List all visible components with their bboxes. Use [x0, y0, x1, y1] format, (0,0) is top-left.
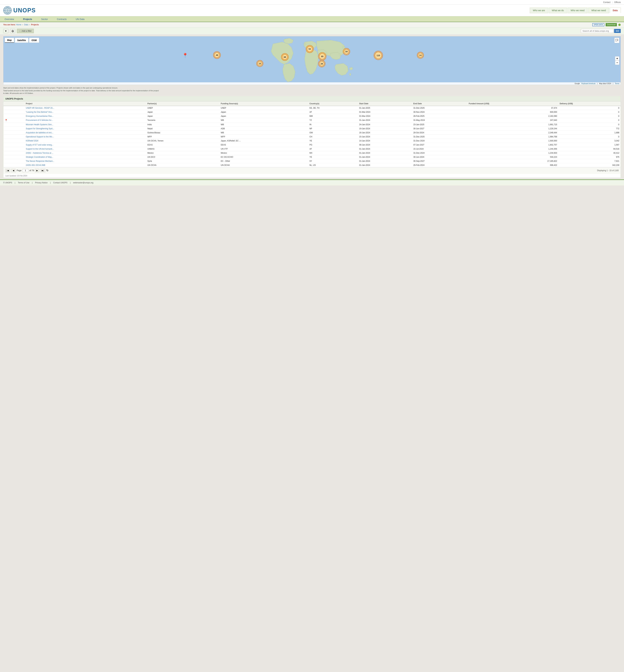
open-data-badge: OPEN DATA [592, 23, 604, 26]
table-row: The Nexus Response Mechani... Syria EC -… [3, 159, 621, 163]
row-project-14[interactable]: 24351-001 OCHA IMB [25, 163, 146, 167]
nav-who-we-are[interactable]: Who we are [530, 8, 548, 13]
subnav-sector[interactable]: Sector [37, 17, 52, 22]
cluster-14[interactable]: 14 [417, 52, 424, 59]
row-delivery-10: 94,516 [558, 147, 621, 151]
project-link-5[interactable]: Support for Strengthening Syst... [26, 128, 54, 130]
row-project-12[interactable]: Strategic Coordination of Way... [25, 155, 146, 159]
row-project-5[interactable]: Support for Strengthening Syst... [25, 127, 146, 131]
power-icon-button[interactable]: ⏻ [10, 29, 15, 33]
breadcrumb-current: Projects [31, 24, 39, 26]
row-project-3[interactable]: Procurement of 6 Vehicles for... [25, 118, 146, 123]
row-project-10[interactable]: Support to the UN-led humanit... [25, 147, 146, 151]
cluster-53[interactable]: 53 [306, 45, 314, 53]
prev-page-button[interactable]: ◀ [11, 169, 16, 172]
zoom-out-button[interactable]: − [615, 60, 619, 65]
row-project-13[interactable]: The Nexus Response Mechani... [25, 159, 146, 163]
row-country-6: GW [308, 131, 358, 135]
project-link-0[interactable]: UNEP HR Services - ROAP 20... [26, 107, 54, 109]
project-link-10[interactable]: Support to the UN-led humanit... [26, 148, 54, 150]
row-funding-11: Mexico [219, 151, 308, 155]
row-project-6[interactable]: Acquisition de tablettes et enc... [25, 131, 146, 135]
zoom-in-button[interactable]: + [615, 56, 619, 60]
nav-who-we-need[interactable]: Who we need [568, 8, 588, 13]
project-link-12[interactable]: Strategic Coordination of Way... [26, 156, 53, 158]
cluster-34[interactable]: 34 [343, 48, 350, 55]
row-project-4[interactable]: Mizoram Health Systems Stre... [25, 123, 146, 127]
breadcrumb-home[interactable]: Home [16, 24, 21, 26]
project-link-13[interactable]: The Nexus Response Mechani... [26, 160, 54, 162]
row-partners-14: UN OCHA [146, 163, 219, 167]
refresh-button[interactable]: ↻ [46, 169, 48, 172]
page-number-input[interactable] [23, 169, 28, 172]
project-link-6[interactable]: Acquisition de tablettes et enc... [26, 132, 53, 134]
row-pin-3: 📍 [3, 118, 25, 123]
row-country-5: NP [308, 127, 358, 131]
row-project-9[interactable]: Supply of ICT and solar energ... [25, 143, 146, 147]
cluster-110[interactable]: 110 [374, 51, 383, 60]
subnav-overview[interactable]: Overview [0, 17, 19, 22]
subnav-contracts[interactable]: Contracts [52, 17, 71, 22]
search-input[interactable] [581, 29, 614, 33]
subnav-projects[interactable]: Projects [19, 17, 36, 22]
row-partners-12: UN DCO [146, 155, 219, 159]
row-funded-11: 1,234,503 [468, 151, 558, 155]
table-row: UNEP HR Services - ROAP 20... UNEP UNEP … [3, 106, 621, 110]
project-link-9[interactable]: Supply of ICT and solar energ... [26, 144, 53, 146]
footer-privacy-link[interactable]: Privacy Notice [35, 182, 48, 184]
row-country-9: PG [308, 143, 358, 147]
row-project-7[interactable]: Operational Support to the Wo... [25, 135, 146, 139]
subnav-un-data[interactable]: UN Data [71, 17, 89, 22]
nav-what-we-do[interactable]: What we do [549, 8, 567, 13]
filter-icon-button[interactable]: ▼ [3, 29, 8, 33]
sub-nav: Overview Projects Sector Contracts UN Da… [0, 17, 624, 22]
last-page-button[interactable]: ▶| [40, 169, 45, 172]
nav-what-we-need[interactable]: What we need [588, 8, 609, 13]
row-partners-2: Japan [146, 114, 219, 118]
satellite-view-button[interactable]: Satellite [15, 38, 28, 43]
row-project-8[interactable]: KSRelief 2024 [25, 139, 146, 143]
project-link-4[interactable]: Mizoram Health Systems Stre... [26, 124, 53, 126]
map-container[interactable]: Map Satellite OSM 📍 53 34 110 14 95 68 [3, 36, 621, 85]
nav-data[interactable]: Data [610, 8, 621, 13]
row-end-2: 28-Feb-2025 [412, 114, 467, 118]
project-link-2[interactable]: Emergency Humanitarian Res... [26, 115, 53, 117]
row-start-8: 14-Jan-2024 [358, 139, 412, 143]
row-country-0: KE, DE, TH [308, 106, 358, 110]
row-project-11[interactable]: 24301 - Asistencia Técnica al ... [25, 151, 146, 155]
offices-link[interactable]: Offices [614, 1, 621, 3]
project-link-8[interactable]: KSRelief 2024 [26, 140, 38, 142]
row-project-2[interactable]: Emergency Humanitarian Res... [25, 114, 146, 118]
download-button[interactable]: Download [606, 23, 617, 26]
contact-link[interactable]: Contact [603, 1, 610, 3]
cluster-28[interactable]: 28 [318, 60, 325, 67]
footer-contact-link[interactable]: Contact UNOPS [53, 182, 68, 184]
row-pin-11 [3, 151, 25, 155]
next-page-button[interactable]: ▶ [35, 169, 39, 172]
cluster-95[interactable]: 95 [318, 52, 326, 60]
project-link-11[interactable]: 24301 - Asistencia Técnica al ... [26, 152, 53, 154]
row-delivery-12: 975 [558, 155, 621, 159]
row-funded-2: 2,182,090 [468, 114, 558, 118]
row-partners-7: WFP [146, 135, 219, 139]
footer-email-link[interactable]: webmaster@unops.org [73, 182, 93, 184]
add-filter-button[interactable]: ← Add a filter [17, 29, 34, 33]
row-project-1[interactable]: "Leaving No One Behind" thro... [25, 110, 146, 114]
project-link-1[interactable]: "Leaving No One Behind" thro... [26, 111, 53, 113]
project-link-7[interactable]: Operational Support to the Wo... [26, 136, 54, 138]
fullscreen-icon[interactable] [615, 38, 619, 43]
cluster-15[interactable]: 15 [256, 60, 263, 67]
breadcrumb-data[interactable]: Data [24, 24, 28, 26]
footer-terms-link[interactable]: Terms of Use [18, 182, 29, 184]
terms-link[interactable]: Terms [615, 83, 619, 84]
osm-view-button[interactable]: OSM [29, 38, 39, 43]
row-country-11: MX [308, 151, 358, 155]
keyboard-shortcuts-link[interactable]: Keyboard shortcuts [581, 83, 595, 84]
project-link-3[interactable]: Procurement of 6 Vehicles for... [26, 119, 53, 121]
map-view-button[interactable]: Map [5, 38, 14, 43]
first-page-button[interactable]: |◀ [5, 169, 10, 172]
project-link-14[interactable]: 24351-001 OCHA IMB [26, 164, 45, 166]
row-project-0[interactable]: UNEP HR Services - ROAP 20... [25, 106, 146, 110]
row-funded-1: 600,000 [468, 110, 558, 114]
search-go-button[interactable]: GO [614, 29, 621, 33]
